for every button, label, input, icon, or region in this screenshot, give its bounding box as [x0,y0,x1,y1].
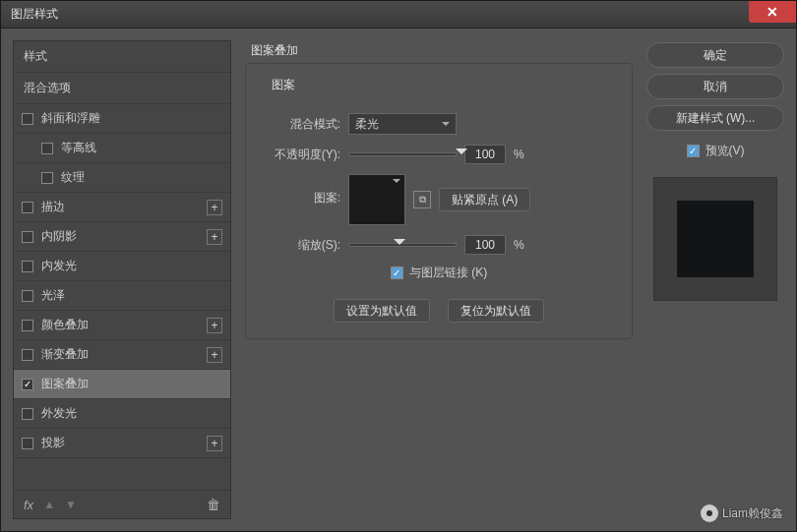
sidebar-item-3[interactable]: 描边+ [14,193,230,222]
watermark-text: Liam赖俊鑫 [722,505,783,522]
new-style-button[interactable]: 新建样式 (W)... [646,105,784,131]
fx-menu-icon[interactable]: fx [24,498,33,512]
effect-label: 描边 [41,199,65,215]
effect-label: 投影 [41,435,65,451]
sidebar-item-2[interactable]: 纹理 [14,163,230,193]
link-checkbox[interactable] [391,266,403,279]
set-default-button[interactable]: 设置为默认值 [334,299,430,323]
sidebar-item-8[interactable]: 渐变叠加+ [14,340,230,370]
effect-label: 渐变叠加 [41,346,89,363]
effect-checkbox[interactable] [41,172,53,184]
snap-origin-button[interactable]: 贴紧原点 (A) [439,188,530,211]
opacity-unit: % [514,148,524,161]
effect-checkbox[interactable] [22,438,33,449]
watermark: Liam赖俊鑫 [701,504,783,522]
arrow-down-icon[interactable]: ▼ [65,498,77,511]
sidebar-header-blending[interactable]: 混合选项 [14,73,230,104]
effect-label: 光泽 [41,287,65,304]
effect-checkbox[interactable] [22,290,33,302]
right-panel: 确定 取消 新建样式 (W)... 预览(V) [646,40,784,519]
create-pattern-icon[interactable]: ⧉ [413,191,431,208]
scale-unit: % [514,238,524,252]
dialog-body: 样式 混合选项 斜面和浮雕等高线纹理描边+内阴影+内发光光泽颜色叠加+渐变叠加+… [1,29,796,531]
effect-checkbox[interactable] [22,379,33,390]
blend-mode-row: 混合模式: 柔光 [262,113,616,135]
scale-label: 缩放(S): [262,237,340,254]
center-panel: 图案叠加 图案 混合模式: 柔光 不透明度(Y): 100 % 图案: [231,40,646,519]
scale-input[interactable]: 100 [464,235,506,255]
link-label: 与图层链接 (K) [409,265,487,281]
arrow-up-icon[interactable]: ▲ [43,498,55,511]
effect-checkbox[interactable] [22,408,33,420]
link-row: 与图层链接 (K) [262,265,616,281]
ok-button[interactable]: 确定 [646,42,784,68]
opacity-slider[interactable] [348,152,457,156]
add-effect-icon[interactable]: + [207,347,222,363]
preview-row: 预览(V) [646,143,784,159]
sidebar-item-7[interactable]: 颜色叠加+ [14,311,230,340]
preview-box [653,177,777,301]
effect-label: 图案叠加 [41,376,89,392]
sidebar-item-1[interactable]: 等高线 [14,134,230,163]
trash-icon[interactable]: 🗑 [207,497,220,512]
pattern-fieldset: 图案 混合模式: 柔光 不透明度(Y): 100 % 图案: ⧉ [245,63,633,339]
effect-checkbox[interactable] [22,231,33,243]
sidebar-header-styles[interactable]: 样式 [14,41,230,73]
preview-swatch [677,201,754,277]
reset-default-button[interactable]: 复位为默认值 [448,299,544,323]
effect-checkbox[interactable] [22,202,33,213]
cancel-button[interactable]: 取消 [646,74,784,99]
sidebar-item-6[interactable]: 光泽 [14,281,230,311]
effect-label: 纹理 [61,169,85,186]
add-effect-icon[interactable]: + [207,436,222,451]
opacity-label: 不透明度(Y): [262,147,340,163]
sidebar-item-9[interactable]: 图案叠加 [14,370,230,399]
effect-checkbox[interactable] [22,349,33,361]
effect-checkbox[interactable] [22,113,33,125]
preview-label: 预览(V) [705,143,745,159]
pattern-swatch[interactable] [348,174,405,225]
add-effect-icon[interactable]: + [207,318,222,333]
effect-label: 外发光 [41,405,77,422]
layer-style-dialog: 图层样式 ✕ 样式 混合选项 斜面和浮雕等高线纹理描边+内阴影+内发光光泽颜色叠… [0,0,797,532]
blend-mode-value: 柔光 [355,116,379,133]
pattern-label: 图案: [262,174,340,207]
effect-label: 斜面和浮雕 [41,110,100,127]
default-buttons-row: 设置为默认值 复位为默认值 [262,299,616,323]
close-button[interactable]: ✕ [749,1,796,23]
window-title: 图层样式 [11,6,58,23]
effect-label: 等高线 [61,140,96,156]
pattern-row: 图案: ⧉ 贴紧原点 (A) [262,174,616,225]
opacity-knob[interactable] [456,148,467,160]
effect-checkbox[interactable] [22,320,33,331]
sidebar-item-0[interactable]: 斜面和浮雕 [14,104,230,134]
panel-title: 图案叠加 [251,42,633,59]
effect-checkbox[interactable] [22,261,33,272]
add-effect-icon[interactable]: + [207,229,222,245]
blend-mode-select[interactable]: 柔光 [348,113,457,135]
sidebar-item-5[interactable]: 内发光 [14,252,230,281]
weibo-icon [701,504,718,522]
scale-slider[interactable] [348,243,457,247]
effect-checkbox[interactable] [41,143,53,154]
sidebar-item-11[interactable]: 投影+ [14,429,230,458]
sidebar-item-4[interactable]: 内阴影+ [14,222,230,252]
sidebar-item-10[interactable]: 外发光 [14,399,230,429]
scale-knob[interactable] [394,239,405,251]
effect-label: 内阴影 [41,228,77,245]
blend-mode-label: 混合模式: [262,116,340,133]
sidebar-footer: fx ▲ ▼ 🗑 [14,490,230,518]
effects-sidebar: 样式 混合选项 斜面和浮雕等高线纹理描边+内阴影+内发光光泽颜色叠加+渐变叠加+… [13,40,231,519]
opacity-input[interactable]: 100 [464,145,506,164]
effect-label: 颜色叠加 [41,317,89,333]
opacity-row: 不透明度(Y): 100 % [262,145,616,164]
add-effect-icon[interactable]: + [207,200,222,215]
titlebar: 图层样式 ✕ [1,1,796,29]
fieldset-legend: 图案 [268,77,299,93]
scale-row: 缩放(S): 100 % [262,235,616,255]
preview-checkbox[interactable] [687,145,700,157]
effect-label: 内发光 [41,258,77,274]
